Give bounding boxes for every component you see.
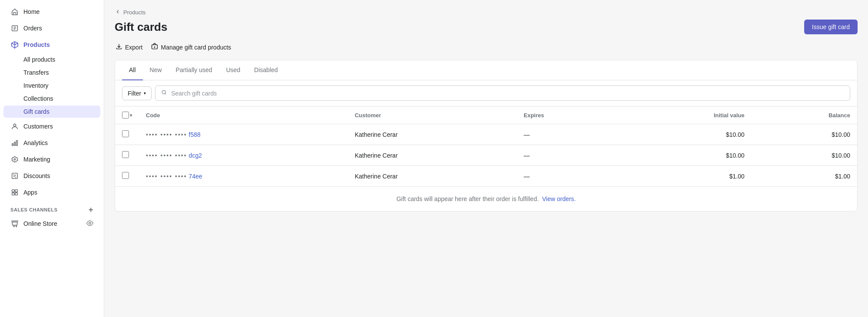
breadcrumb[interactable]: Products (115, 9, 858, 16)
sidebar-item-products[interactable]: Products (3, 37, 100, 53)
code-cell: •••• •••• •••• 74ee (146, 173, 341, 180)
filter-button[interactable]: Filter ▾ (122, 86, 152, 100)
initial-value-cell: $1.00 (619, 166, 752, 187)
sidebar-sub-transfers[interactable]: Transfers (3, 66, 100, 79)
export-button[interactable]: Export (115, 41, 143, 53)
code-dots: •••• •••• •••• (146, 152, 187, 159)
main-content: Products Gift cards Issue gift card Expo… (104, 0, 868, 317)
code-cell: •••• •••• •••• dcg2 (146, 152, 341, 159)
col-expires: Expires (517, 106, 619, 124)
balance-cell: $1.00 (752, 166, 857, 187)
toolbar: Export Manage gift card products (115, 41, 858, 53)
sidebar-item-orders[interactable]: Orders (3, 20, 100, 36)
tab-new[interactable]: New (143, 60, 169, 80)
sidebar-sub-all-products[interactable]: All products (3, 53, 100, 66)
balance-cell: $10.00 (752, 145, 857, 166)
svg-rect-10 (15, 193, 17, 195)
manage-gift-card-products-button[interactable]: Manage gift card products (150, 41, 232, 53)
filter-bar: Filter ▾ (115, 80, 857, 106)
footer-note: Gift cards will appear here after their … (115, 186, 857, 211)
gift-cards-card: All New Partially used Used Disabled Fil… (115, 60, 858, 211)
col-initial-value: Initial value (619, 106, 752, 124)
export-icon (116, 43, 122, 51)
col-customer: Customer (348, 106, 517, 124)
initial-value-cell: $10.00 (619, 124, 752, 145)
apps-icon (10, 188, 19, 197)
svg-rect-4 (17, 141, 18, 146)
svg-point-1 (13, 124, 16, 126)
table-row: •••• •••• •••• dcg2 Katherine Cerar — $1… (115, 145, 857, 166)
code-dots: •••• •••• •••• (146, 131, 187, 138)
svg-rect-8 (15, 190, 17, 192)
online-store-view-icon[interactable] (86, 220, 93, 228)
search-wrap (155, 86, 850, 101)
sales-channels-header: SALES CHANNELS + (0, 201, 104, 215)
view-orders-link[interactable]: View orders. (542, 195, 576, 202)
products-icon (10, 40, 19, 49)
col-code: Code (139, 106, 348, 124)
code-link[interactable]: 74ee (189, 173, 202, 180)
sidebar: Home Orders Products All products Transf… (0, 0, 104, 317)
balance-cell: $10.00 (752, 124, 857, 145)
search-icon (161, 89, 168, 97)
code-link[interactable]: f588 (189, 131, 201, 138)
tabs-bar: All New Partially used Used Disabled (115, 60, 857, 80)
sidebar-item-apps[interactable]: Apps (3, 185, 100, 200)
svg-point-12 (16, 226, 17, 227)
expires-cell: — (517, 145, 619, 166)
orders-icon (10, 24, 19, 33)
table-row: •••• •••• •••• f588 Katherine Cerar — $1… (115, 124, 857, 145)
svg-rect-3 (14, 142, 16, 145)
customer-cell: Katherine Cerar (348, 166, 517, 187)
row-checkbox[interactable] (122, 130, 129, 137)
page-title: Gift cards (115, 20, 167, 34)
code-link[interactable]: dcg2 (189, 152, 202, 159)
expires-cell: — (517, 166, 619, 187)
expires-cell: — (517, 124, 619, 145)
home-icon (10, 7, 19, 16)
search-input[interactable] (171, 90, 845, 97)
code-dots: •••• •••• •••• (146, 173, 187, 180)
gift-cards-table: ▾ Code Customer Expires Initial value Ba… (115, 106, 857, 186)
initial-value-cell: $10.00 (619, 145, 752, 166)
gift-card-manage-icon (151, 43, 158, 51)
chevron-down-icon: ▾ (144, 91, 146, 96)
sidebar-sub-collections[interactable]: Collections (3, 92, 100, 105)
customers-icon (10, 122, 19, 131)
sidebar-item-home[interactable]: Home (3, 4, 100, 20)
sidebar-sub-inventory[interactable]: Inventory (3, 79, 100, 92)
svg-rect-7 (12, 190, 14, 192)
page-header: Gift cards Issue gift card (115, 20, 858, 34)
row-checkbox[interactable] (122, 151, 129, 158)
svg-rect-2 (12, 144, 13, 146)
svg-point-5 (14, 158, 16, 160)
sidebar-item-marketing[interactable]: Marketing (3, 152, 100, 167)
tab-partially-used[interactable]: Partially used (169, 60, 219, 80)
tab-all[interactable]: All (122, 60, 143, 80)
breadcrumb-chevron-icon (115, 9, 121, 16)
tab-disabled[interactable]: Disabled (247, 60, 284, 80)
select-all-checkbox-wrap: ▾ (122, 112, 132, 119)
sidebar-item-customers[interactable]: Customers (3, 119, 100, 134)
svg-rect-9 (12, 193, 14, 195)
customer-cell: Katherine Cerar (348, 124, 517, 145)
analytics-icon (10, 139, 19, 147)
tab-used[interactable]: Used (219, 60, 248, 80)
table-row: •••• •••• •••• 74ee Katherine Cerar — $1… (115, 166, 857, 187)
code-cell: •••• •••• •••• f588 (146, 131, 341, 138)
issue-gift-card-button[interactable]: Issue gift card (804, 20, 858, 34)
sidebar-sub-gift-cards[interactable]: Gift cards (3, 106, 100, 118)
sidebar-item-online-store[interactable]: Online Store (3, 216, 100, 231)
select-all-checkbox[interactable] (122, 112, 129, 119)
online-store-icon (10, 219, 19, 228)
customer-cell: Katherine Cerar (348, 145, 517, 166)
row-checkbox[interactable] (122, 172, 129, 179)
discounts-icon (10, 172, 19, 180)
svg-point-13 (89, 222, 91, 224)
svg-point-11 (13, 226, 14, 227)
select-all-chevron-icon[interactable]: ▾ (130, 113, 132, 118)
sidebar-item-discounts[interactable]: Discounts (3, 168, 100, 184)
sidebar-item-analytics[interactable]: Analytics (3, 135, 100, 151)
add-sales-channel-button[interactable]: + (89, 206, 93, 214)
marketing-icon (10, 155, 19, 164)
